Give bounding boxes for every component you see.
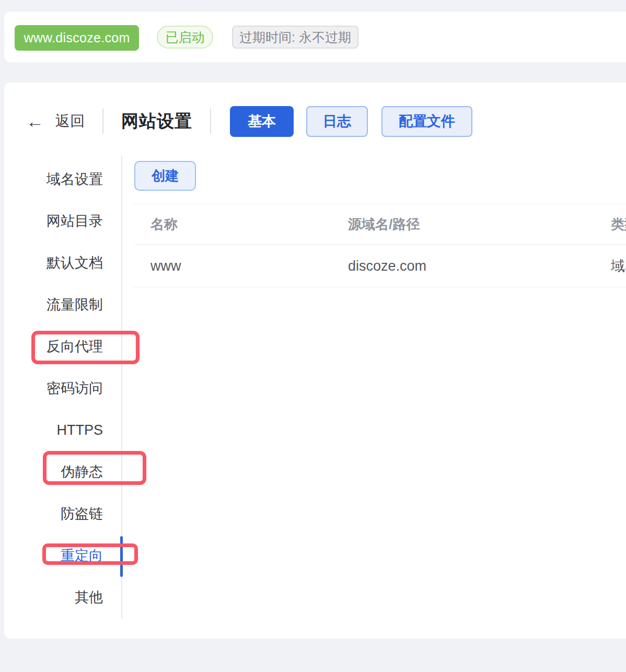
column-header-source-domain-path: 源域名/路径 <box>348 215 611 234</box>
domain-button[interactable]: www.discoze.com <box>15 25 139 51</box>
site-status-badge[interactable]: 已启动 <box>157 26 213 49</box>
cell-source-domain: discoze.com <box>348 258 611 274</box>
back-arrow-icon: ← <box>26 112 44 130</box>
tab-basic[interactable]: 基本 <box>230 106 294 137</box>
sidebar-item-redirect[interactable]: 重定向 <box>21 535 103 576</box>
table-header-row: 名称 源域名/路径 类型 <box>134 204 626 245</box>
header-divider <box>102 109 103 134</box>
column-header-name: 名称 <box>134 215 348 234</box>
redirect-table: 名称 源域名/路径 类型 www discoze.com 域名 <box>134 204 626 287</box>
sidebar-item-hotlink-protection[interactable]: 防盗链 <box>21 493 103 535</box>
settings-sidebar: 域名设置 网站目录 默认文档 流量限制 反向代理 密码访问 HTTPS 伪静态 … <box>21 158 103 618</box>
column-header-type: 类型 <box>611 215 626 234</box>
sidebar-item-domain-settings[interactable]: 域名设置 <box>21 158 103 200</box>
tab-logs[interactable]: 日志 <box>306 106 368 137</box>
sidebar-item-password-access[interactable]: 密码访问 <box>21 367 103 409</box>
sidebar-item-default-document[interactable]: 默认文档 <box>21 242 103 284</box>
create-button[interactable]: 创建 <box>134 161 196 191</box>
sidebar-item-reverse-proxy[interactable]: 反向代理 <box>21 326 103 367</box>
sidebar-item-url-rewrite[interactable]: 伪静态 <box>21 451 103 493</box>
expiry-time-badge[interactable]: 过期时间: 永不过期 <box>232 26 358 49</box>
tab-config-file[interactable]: 配置文件 <box>381 106 472 137</box>
sidebar-item-traffic-limit[interactable]: 流量限制 <box>21 284 103 326</box>
back-label: 返回 <box>55 111 85 131</box>
cell-name: www <box>134 258 348 274</box>
sidebar-item-other[interactable]: 其他 <box>21 576 103 618</box>
table-row: www discoze.com 域名 <box>134 245 626 287</box>
cell-type: 域名 <box>611 257 626 275</box>
sidebar-item-https[interactable]: HTTPS <box>21 409 103 451</box>
active-item-indicator <box>120 536 123 577</box>
page: www.discoze.com 已启动 过期时间: 永不过期 ← 返回 网站设置… <box>0 0 626 672</box>
back-button[interactable]: ← 返回 <box>26 111 85 131</box>
panel-header: ← 返回 网站设置 基本 日志 配置文件 <box>26 106 472 137</box>
sidebar-item-site-directory[interactable]: 网站目录 <box>21 200 103 242</box>
page-title: 网站设置 <box>121 110 192 133</box>
header-divider <box>210 109 211 134</box>
domain-topbar: www.discoze.com 已启动 过期时间: 永不过期 <box>4 11 626 62</box>
site-settings-panel: ← 返回 网站设置 基本 日志 配置文件 域名设置 网站目录 默认文档 流量限制… <box>4 83 626 639</box>
